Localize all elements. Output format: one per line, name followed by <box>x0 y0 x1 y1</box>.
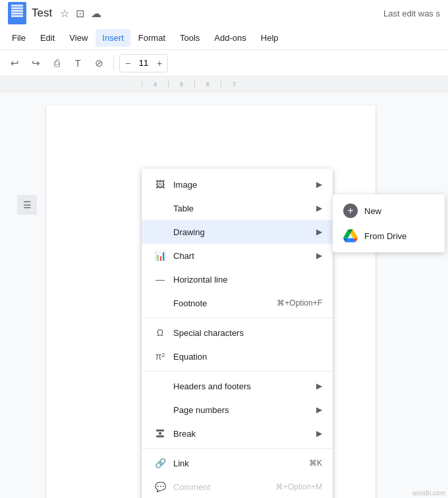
ruler-mark-7: 7 <box>221 81 247 88</box>
hline-icon: — <box>152 274 168 285</box>
font-size-increase[interactable]: + <box>152 55 167 72</box>
sidebar-list-icon: ☰ <box>17 195 37 215</box>
cloud-icon[interactable]: ☁ <box>91 7 101 20</box>
menu-edit[interactable]: Edit <box>34 29 61 47</box>
menu-insert[interactable]: Insert <box>96 29 130 47</box>
divider-2 <box>142 371 333 372</box>
headfooter-label: Headers and footers <box>173 381 311 391</box>
ruler-mark-6: 6 <box>194 81 221 88</box>
new-plus-icon: + <box>343 204 358 218</box>
menu-tools[interactable]: Tools <box>173 29 206 47</box>
drawing-label: Drawing <box>173 227 311 237</box>
new-label: New <box>364 206 381 216</box>
break-arrow: ▶ <box>316 429 322 438</box>
font-size-decrease[interactable]: − <box>120 55 136 72</box>
chart-label: Chart <box>173 251 311 261</box>
doc-sidebar: ☰ <box>0 92 46 498</box>
menu-item-hline[interactable]: — Horizontal line <box>142 267 333 291</box>
doc-area: ☰ 🖼 Image ▶ Table ▶ Drawing ▶ 📊 Chart ▶ <box>0 92 448 498</box>
menu-item-equation[interactable]: π² Equation <box>142 345 333 368</box>
drawing-submenu: + New From Drive <box>333 194 445 252</box>
font-size-value[interactable]: 11 <box>136 58 152 68</box>
paint-format-button[interactable]: ⊘ <box>90 54 108 72</box>
link-shortcut: ⌘K <box>309 458 322 468</box>
toolbar-separator-1 <box>113 57 114 70</box>
image-icon: 🖼 <box>152 179 168 190</box>
drive-icon <box>343 229 358 243</box>
headfooter-arrow: ▶ <box>316 381 322 391</box>
chart-arrow: ▶ <box>316 251 322 260</box>
pagenums-label: Page numbers <box>173 405 311 415</box>
svg-rect-1 <box>156 435 164 437</box>
ruler-marks: 4 5 6 7 <box>142 81 247 88</box>
svg-rect-0 <box>156 429 164 431</box>
star-icon[interactable]: ☆ <box>60 7 69 20</box>
title-icons: ☆ ⊡ ☁ <box>60 7 101 20</box>
plus-circle: + <box>343 204 358 218</box>
menu-item-footnote[interactable]: Footnote ⌘+Option+F <box>142 291 333 315</box>
watermark: wsxdn.com <box>412 489 445 497</box>
menu-view[interactable]: View <box>63 29 94 47</box>
comment-label: Comment <box>173 482 275 492</box>
menu-item-image[interactable]: 🖼 Image ▶ <box>142 173 333 196</box>
image-label: Image <box>173 180 311 190</box>
menu-format[interactable]: Format <box>132 29 172 47</box>
menu-file[interactable]: File <box>5 29 32 47</box>
ruler: 4 5 6 7 <box>0 76 448 92</box>
menu-item-special[interactable]: Ω Special characters <box>142 321 333 345</box>
link-label: Link <box>173 458 309 468</box>
ruler-mark-4: 4 <box>142 81 168 88</box>
folder-icon[interactable]: ⊡ <box>76 7 84 20</box>
doc-title: Test <box>32 7 52 20</box>
table-arrow: ▶ <box>316 204 322 213</box>
menu-item-table[interactable]: Table ▶ <box>142 196 333 220</box>
omega-icon: Ω <box>152 327 168 338</box>
pagenums-arrow: ▶ <box>316 405 322 414</box>
image-arrow: ▶ <box>316 180 322 189</box>
menu-item-comment[interactable]: 💬 Comment ⌘+Option+M <box>142 475 333 498</box>
spellcheck-button[interactable]: T <box>69 54 87 72</box>
drawing-arrow: ▶ <box>316 227 322 236</box>
title-bar: Test ☆ ⊡ ☁ Last edit was s <box>0 0 448 26</box>
redo-button[interactable]: ↪ <box>26 54 45 72</box>
menu-addons[interactable]: Add-ons <box>208 29 252 47</box>
menu-bar: File Edit View Insert Format Tools Add-o… <box>0 26 448 50</box>
link-icon: 🔗 <box>152 458 168 468</box>
print-button[interactable]: ⎙ <box>47 54 66 72</box>
submenu-item-new[interactable]: + New <box>333 198 445 223</box>
equation-label: Equation <box>173 352 322 362</box>
hline-label: Horizontal line <box>173 275 322 285</box>
menu-item-pagenums[interactable]: Page numbers ▶ <box>142 398 333 422</box>
submenu-item-drive[interactable]: From Drive <box>333 223 445 248</box>
doc-icon <box>8 2 26 24</box>
ruler-mark-5: 5 <box>168 81 194 88</box>
menu-item-headfooter[interactable]: Headers and footers ▶ <box>142 374 333 398</box>
break-label: Break <box>173 429 311 439</box>
comment-icon: 💬 <box>152 482 168 492</box>
pi-icon: π² <box>152 351 168 362</box>
table-label: Table <box>173 204 311 213</box>
break-icon <box>152 428 168 439</box>
footnote-shortcut: ⌘+Option+F <box>277 298 322 308</box>
special-label: Special characters <box>173 328 322 338</box>
footnote-label: Footnote <box>173 298 277 308</box>
font-size-control: − 11 + <box>119 54 168 72</box>
menu-item-link[interactable]: 🔗 Link ⌘K <box>142 451 333 475</box>
menu-item-break[interactable]: Break ▶ <box>142 422 333 445</box>
menu-help[interactable]: Help <box>254 29 285 47</box>
insert-dropdown-menu: 🖼 Image ▶ Table ▶ Drawing ▶ 📊 Chart ▶ — … <box>142 169 333 498</box>
drive-label: From Drive <box>364 231 406 241</box>
menu-item-chart[interactable]: 📊 Chart ▶ <box>142 244 333 267</box>
svg-rect-2 <box>159 432 161 435</box>
menu-item-drawing[interactable]: Drawing ▶ <box>142 220 333 244</box>
divider-3 <box>142 448 333 449</box>
last-edit-status: Last edit was s <box>383 9 440 18</box>
comment-shortcut: ⌘+Option+M <box>275 482 322 491</box>
divider-1 <box>142 318 333 318</box>
chart-icon: 📊 <box>152 250 168 261</box>
undo-button[interactable]: ↩ <box>5 54 24 72</box>
toolbar: ↩ ↪ ⎙ T ⊘ − 11 + <box>0 50 448 76</box>
